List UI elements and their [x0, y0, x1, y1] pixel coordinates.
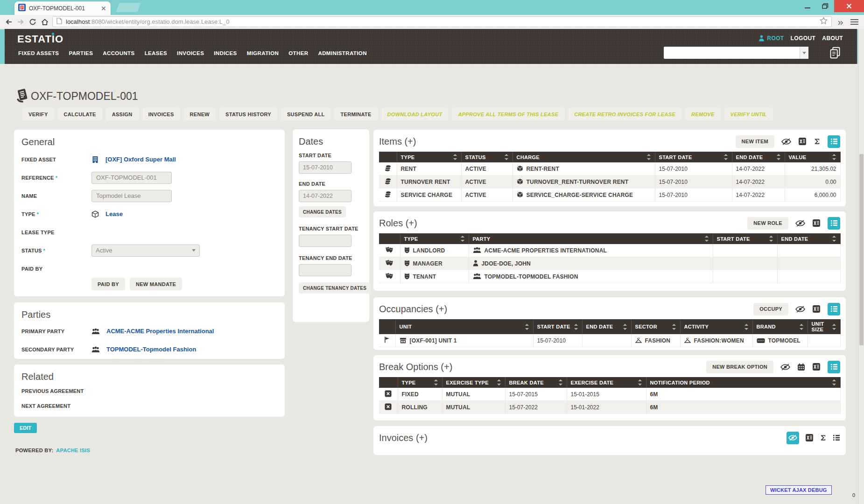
nav-item-invoices[interactable]: INVOICES — [177, 50, 204, 56]
sort-icon[interactable] — [497, 379, 501, 385]
break-options-title[interactable]: Break Options (+) — [379, 362, 452, 372]
sort-icon[interactable] — [623, 324, 627, 330]
sort-icon[interactable] — [672, 324, 676, 330]
new-mandate-button[interactable]: NEW MANDATE — [130, 278, 182, 290]
nav-item-other[interactable]: OTHER — [288, 50, 308, 56]
url-text[interactable]: localhost:8080/wicket/entity/org.estatio… — [66, 18, 820, 25]
end-date-field[interactable] — [299, 190, 351, 202]
assign-button[interactable]: ASSIGN — [106, 108, 139, 120]
browser-tab[interactable]: OXF-TOPMODEL-001 — [14, 1, 111, 15]
item-row[interactable]: SERVICE CHARGE ACTIVE SERVICE_CHARGE-SER… — [379, 189, 840, 202]
sort-icon[interactable] — [724, 154, 728, 160]
items-title[interactable]: Items (+) — [379, 136, 416, 147]
occ-col-start-date[interactable]: START DATE — [533, 319, 582, 334]
verify-button[interactable]: VERIFY — [22, 108, 54, 120]
create-retro-invoices-button[interactable]: CREATE RETRO INVOICES FOR LEASE — [568, 108, 681, 120]
terminate-button[interactable]: TERMINATE — [334, 108, 377, 120]
nav-item-fixed-assets[interactable]: FIXED ASSETS — [18, 50, 59, 56]
sort-icon[interactable] — [832, 379, 836, 385]
break-col-exercise-type[interactable]: EXERCISE TYPE — [442, 377, 505, 388]
roles-col-end-date[interactable]: END DATE — [777, 233, 840, 244]
forward-icon[interactable] — [16, 17, 25, 27]
nav-item-migration[interactable]: MIGRATION — [247, 50, 279, 56]
home-icon[interactable] — [40, 17, 49, 27]
role-row[interactable]: LANDLORD ACME-ACME PROPERTIES INTERNATIO… — [379, 244, 840, 257]
sort-icon[interactable] — [832, 236, 836, 242]
scrollbar[interactable] — [858, 29, 864, 504]
nav-item-leases[interactable]: LEASES — [145, 50, 167, 56]
primary-party-link[interactable]: ACME-ACME Properties International — [91, 328, 214, 335]
status-select[interactable]: Active — [91, 245, 200, 257]
estatio-logo[interactable]: ESTATIO — [17, 33, 63, 45]
occupancies-title[interactable]: Occupancies (+) — [379, 304, 447, 315]
list-view-button-active[interactable] — [828, 135, 840, 148]
user-menu[interactable]: ROOT — [759, 35, 784, 42]
new-role-button[interactable]: NEW ROLE — [747, 217, 788, 230]
global-search-input[interactable] — [667, 48, 797, 58]
break-col-notification-period[interactable]: NOTIFICATION PERIOD — [646, 377, 840, 388]
url-bar[interactable]: localhost:8080/wicket/entity/org.estatio… — [52, 16, 832, 27]
list-view-button-active[interactable] — [828, 303, 840, 315]
name-field[interactable] — [91, 190, 172, 202]
export-excel-icon[interactable] — [798, 137, 807, 146]
hide-columns-icon[interactable] — [781, 138, 791, 145]
list-view-icon[interactable] — [833, 434, 840, 441]
summary-sigma-icon[interactable] — [820, 434, 827, 441]
occ-col-unit-size[interactable]: UNIT SIZE — [808, 319, 840, 334]
item-row[interactable]: TURNOVER RENT ACTIVE TURNOVER_RENT-TURNO… — [379, 175, 840, 189]
sort-icon[interactable] — [800, 324, 804, 330]
sort-icon[interactable] — [647, 154, 651, 160]
remove-button[interactable]: REMOVE — [685, 108, 720, 120]
logout-link[interactable]: LOGOUT — [791, 35, 816, 42]
new-break-option-button[interactable]: NEW BREAK OPTION — [706, 361, 773, 373]
break-col-exercise-date[interactable]: EXERCISE DATE — [567, 377, 646, 388]
menu-hamburger-icon[interactable] — [850, 19, 858, 25]
items-col-status[interactable]: STATUS — [461, 152, 513, 162]
occupy-button[interactable]: OCCUPY — [753, 303, 788, 315]
window-minimize-button[interactable] — [799, 0, 816, 12]
nav-item-indices[interactable]: INDICES — [214, 50, 237, 56]
items-col-end-date[interactable]: END DATE — [732, 152, 785, 162]
summary-sigma-icon[interactable] — [814, 138, 821, 145]
role-row[interactable]: TENANT TOPMODEL-TOPMODEL FASHION — [379, 270, 840, 283]
back-icon[interactable] — [4, 17, 13, 27]
sort-icon[interactable] — [434, 379, 438, 385]
fixed-asset-link[interactable]: [OXF] Oxford Super Mall — [91, 156, 176, 163]
roles-col-type[interactable]: TYPE — [400, 233, 469, 244]
new-tab-button[interactable] — [116, 3, 140, 12]
nav-item-accounts[interactable]: ACCOUNTS — [103, 50, 134, 56]
wicket-ajax-debug-link[interactable]: WICKET AJAX DEBUG — [766, 485, 832, 495]
apache-isis-link[interactable]: APACHE ISIS — [56, 448, 90, 453]
paid-by-button[interactable]: PAID BY — [91, 278, 125, 290]
renew-button[interactable]: RENEW — [184, 108, 216, 120]
sort-icon[interactable] — [832, 324, 836, 330]
occ-col-end-date[interactable]: END DATE — [582, 319, 631, 334]
tab-close-icon[interactable] — [100, 5, 107, 12]
item-row[interactable]: RENT ACTIVE RENT-RENT 15-07-2010 14-07-2… — [379, 162, 840, 175]
calculate-button[interactable]: CALCULATE — [58, 108, 102, 120]
break-option-row[interactable]: FIXED MUTUAL 15-07-2015 15-01-2015 6M — [379, 388, 840, 401]
new-item-button[interactable]: NEW ITEM — [736, 135, 774, 148]
refresh-icon[interactable] — [28, 17, 37, 27]
calendar-icon[interactable] — [797, 363, 805, 371]
secondary-party-link[interactable]: TOPMODEL-Topmodel Fashion — [91, 346, 196, 353]
sort-icon[interactable] — [461, 236, 465, 242]
sort-icon[interactable] — [453, 154, 457, 160]
hide-columns-icon[interactable] — [795, 220, 805, 227]
sort-icon[interactable] — [525, 324, 529, 330]
export-excel-icon[interactable] — [812, 363, 821, 371]
occupancy-row[interactable]: [OXF-001] UNIT 1 15-07-2010 FASHION FASH… — [379, 334, 840, 347]
window-close-button[interactable] — [834, 0, 864, 12]
occ-col-brand[interactable]: BRAND — [752, 319, 808, 334]
export-excel-icon[interactable] — [805, 434, 814, 442]
download-layout-button[interactable]: DOWNLOAD LAYOUT — [381, 108, 449, 120]
sort-icon[interactable] — [638, 379, 642, 385]
export-excel-icon[interactable] — [812, 219, 821, 227]
copy-pages-icon[interactable] — [829, 47, 841, 61]
occ-col-activity[interactable]: ACTIVITY — [680, 319, 752, 334]
roles-col-party[interactable]: PARTY — [469, 233, 713, 244]
global-search[interactable] — [664, 47, 808, 59]
scrollbar-thumb[interactable] — [859, 154, 864, 345]
break-col-type[interactable]: TYPE — [398, 377, 442, 388]
break-option-row[interactable]: ROLLING MUTUAL 15-07-2022 15-01-2022 6M — [379, 401, 840, 414]
